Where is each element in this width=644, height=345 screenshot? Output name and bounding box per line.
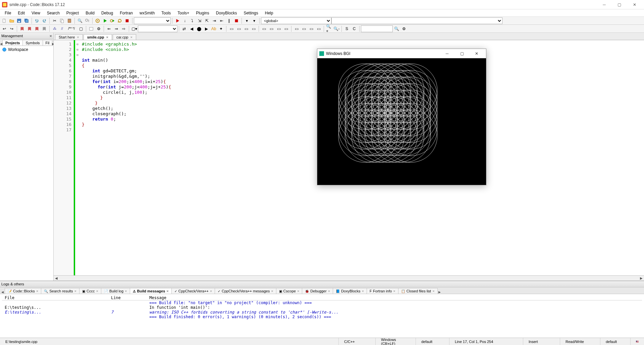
symbol-select[interactable] [331,17,502,24]
debug-windows-icon[interactable]: ▾ [244,17,250,24]
log-tab-closed-files-list[interactable]: 📋Closed files list× [398,288,438,294]
jump-prev-icon[interactable]: ⇐ [106,25,112,32]
log-tab-scroll-left-icon[interactable]: ◀ [0,290,5,294]
code-editor[interactable]: 1234567891011121314151617 ⊟⊟⊟ #include <… [54,40,644,275]
cut-icon[interactable]: ✂ [51,17,58,24]
stop-debug-icon[interactable] [233,17,240,24]
bookmark-next-icon[interactable] [34,25,40,32]
menu-wxsmith[interactable]: wxSmith [136,10,158,16]
menu-debug[interactable]: Debug [98,10,116,16]
log-tab-close-icon[interactable]: × [74,289,76,293]
back-icon[interactable]: ↩ [1,25,8,32]
bookmark-clear-icon[interactable] [41,25,48,32]
next-line-icon[interactable]: ⤵ [189,17,196,24]
replace-icon[interactable] [84,17,91,24]
menu-edit[interactable]: Edit [14,10,28,16]
menu-build[interactable]: Build [82,10,98,16]
log-tab-scroll-right-icon[interactable]: ▶ [437,290,442,294]
build-icon[interactable] [94,17,101,24]
find-icon[interactable]: 🔍 [76,17,83,24]
doxy-run-icon[interactable]: ▢ [77,25,84,32]
select-target-icon[interactable]: ▢▾ [131,25,138,32]
management-tab-symbols[interactable]: Symbols [22,40,43,46]
redo-icon[interactable] [41,17,48,24]
bgi-minimize-button[interactable]: ─ [440,49,454,58]
log-tab-cscope[interactable]: ▣Cscope× [276,288,303,294]
log-tab-cppcheck-vera-messages[interactable]: ✓CppCheck/Vera++ messages× [215,288,276,294]
window2-icon[interactable]: ▭ [235,25,242,32]
window3-icon[interactable]: ▭ [243,25,250,32]
header-icon[interactable]: C [351,25,358,32]
doxy-comment-icon[interactable]: /** */ [66,25,77,32]
window-maximize-button[interactable]: ▢ [612,0,627,9]
undo-icon[interactable] [34,17,40,24]
new-file-icon[interactable] [1,17,8,24]
log-row[interactable]: === Build file: "no target" in "no proje… [2,300,642,305]
view2-icon[interactable]: ▭ [301,25,307,32]
fold-column[interactable]: ⊟⊟⊟ [75,40,80,275]
window-close-button[interactable]: ✕ [627,0,642,9]
editor-horizontal-scrollbar[interactable]: ◀ ▶ [54,275,644,281]
scope-select[interactable]: <global> [261,17,331,24]
search-opts-icon[interactable]: ⚙ [400,25,407,32]
menu-plugins[interactable]: Plugins [193,10,212,16]
jump-next-icon[interactable]: ⇒ [113,25,120,32]
view4-icon[interactable]: ▭ [315,25,322,32]
bgi-output-window[interactable]: Windows BGI ─ ▢ ✕ [317,49,486,185]
rebuild-icon[interactable] [116,17,123,24]
editor-tab-smile-cpp[interactable]: smile.cpp× [84,34,112,40]
jump-last-icon[interactable]: ⇨ [120,25,127,32]
log-tab-close-icon[interactable]: × [432,289,434,293]
menu-tools[interactable]: Tools [158,10,174,16]
scroll-track[interactable] [59,276,639,281]
menu-doxyblocks[interactable]: DoxyBlocks [213,10,240,16]
log-tab-code-blocks[interactable]: 📝Code::Blocks× [5,288,41,294]
settings-icon[interactable]: ⚙ [95,25,102,32]
menu-tools+[interactable]: Tools+ [174,10,193,16]
menu-fortran[interactable]: Fortran [116,10,136,16]
build-messages-view[interactable]: FileLineMessage === Build file: "no targ… [0,294,644,338]
doxy-block-icon[interactable]: ⁂ [51,25,58,32]
log-tab-close-icon[interactable]: × [210,289,212,293]
management-tab-fil[interactable]: Fil [43,40,53,46]
save-icon[interactable] [16,17,22,24]
tab-close-icon[interactable]: × [106,35,108,39]
debug-run-icon[interactable] [174,17,181,24]
step-instr-icon[interactable]: ⇤ [218,17,225,24]
view3-icon[interactable]: ▭ [308,25,315,32]
tab-close-icon[interactable]: × [130,35,132,39]
layout1-icon[interactable]: ▭ [261,25,267,32]
nav-next-icon[interactable]: ▶ [203,25,210,32]
bookmark-prev-icon[interactable] [26,25,33,32]
chm-icon[interactable] [88,25,95,32]
log-row[interactable]: E:\testing\s...7warning: ISO C++ forbids… [2,310,642,315]
next-instr-icon[interactable]: ⇥ [211,17,218,24]
tab-close-icon[interactable]: × [77,35,79,39]
scroll-right-icon[interactable]: ▶ [639,276,644,280]
log-tab-close-icon[interactable]: × [36,289,38,293]
search-input[interactable] [361,25,393,32]
menu-file[interactable]: File [1,10,14,16]
log-tab-build-log[interactable]: 📄Build log× [101,288,130,294]
log-tab-close-icon[interactable]: × [96,289,98,293]
break-icon[interactable]: ∥ [226,17,232,24]
management-close-icon[interactable]: × [49,33,52,39]
log-tab-close-icon[interactable]: × [297,289,299,293]
bgi-maximize-button[interactable]: ▢ [454,49,469,58]
forward-icon[interactable]: ↪ [8,25,15,32]
step-out-icon[interactable]: ⇱ [204,17,210,24]
log-tab-fortran-info[interactable]: FFortran info× [367,288,398,294]
run-icon[interactable] [102,17,108,24]
view1-icon[interactable]: ▭ [293,25,300,32]
open-file-icon[interactable] [8,17,15,24]
menu-settings[interactable]: Settings [240,10,261,16]
log-tab-close-icon[interactable]: × [166,289,168,293]
save-all-icon[interactable] [23,17,30,24]
log-tab-close-icon[interactable]: × [328,289,330,293]
run-to-cursor-icon[interactable]: ↓ [181,17,188,24]
menu-help[interactable]: Help [262,10,277,16]
marks-icon[interactable]: ✦ [218,25,224,32]
menu-project[interactable]: Project [63,10,82,16]
log-tab-build-messages[interactable]: ⚠Build messages× [130,288,172,294]
step-into-icon[interactable]: ⇲ [196,17,203,24]
